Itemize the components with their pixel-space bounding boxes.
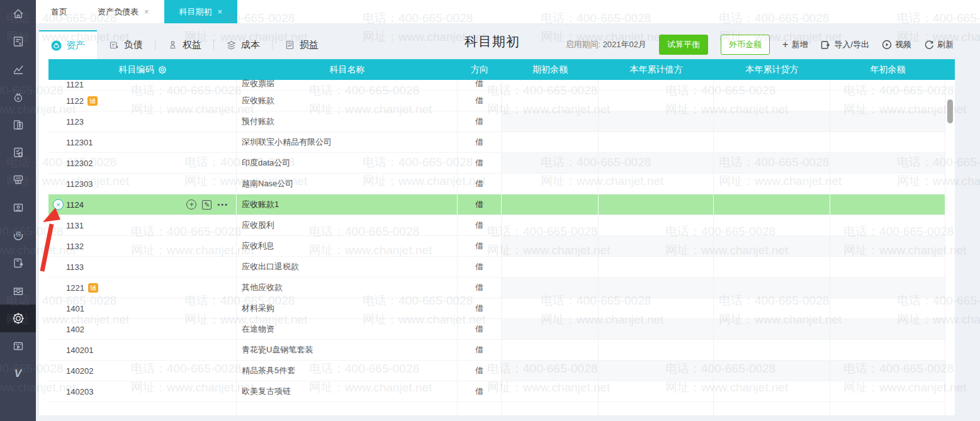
ytd-credit-cell — [714, 80, 830, 90]
table-row[interactable]: 1133应收出口退税款借 — [48, 257, 945, 278]
vertical-scrollbar-thumb[interactable] — [947, 99, 953, 123]
account-name-cell: 应收票据 — [237, 80, 458, 90]
account-name-cell: 应收账款 — [237, 91, 458, 111]
account-code: 1221 — [66, 283, 84, 293]
import-export-button[interactable]: 导入/导出 — [820, 39, 869, 50]
table-row[interactable]: 112302印度data公司借 — [48, 153, 945, 174]
tab-balance-sheet[interactable]: 资产负债表× — [82, 0, 164, 23]
sidebar-item-statements[interactable] — [0, 138, 36, 166]
more-actions-icon[interactable]: ••• — [217, 201, 228, 208]
opening-balance-cell — [502, 361, 599, 381]
edit-account-icon[interactable]: ✎ — [202, 200, 211, 210]
ytd-debit-cell — [599, 319, 714, 339]
settings-gear-icon — [11, 312, 25, 325]
account-name-cell: 青花瓷U盘钢笔套装 — [237, 340, 458, 360]
tab-cost[interactable]: 成本 — [214, 30, 272, 59]
sidebar-item-funds[interactable]: ¥ — [0, 83, 36, 111]
account-code: 140202 — [66, 366, 93, 376]
sidebar-item-fixed-assets[interactable] — [0, 194, 36, 222]
ytd-credit-cell — [714, 298, 830, 318]
tax-icon: 税 — [12, 229, 25, 242]
year-begin-balance-cell — [830, 278, 945, 298]
add-sub-account-icon[interactable]: + — [186, 199, 196, 210]
ytd-debit-cell — [599, 194, 714, 215]
deselect-icon[interactable]: × — [53, 199, 64, 210]
close-icon[interactable]: × — [218, 7, 223, 16]
tab-profit-loss[interactable]: 损益 — [273, 30, 330, 59]
close-icon[interactable]: × — [144, 7, 149, 16]
asset-card-icon — [12, 201, 25, 214]
header-opening-balance: 期初余额 — [502, 59, 599, 80]
sidebar-item-invoice[interactable] — [0, 111, 36, 138]
table-row[interactable]: 1123预付账款借 — [48, 111, 945, 132]
sidebar-item-tax[interactable]: 税 — [0, 222, 36, 249]
table-row[interactable] — [48, 402, 945, 415]
opening-balance-table: 科目编码 科目名称 方向 期初余额 本年累计借方 本年累计贷方 年初余额 112… — [39, 59, 955, 415]
video-button[interactable]: 视频 — [882, 39, 911, 50]
year-begin-balance-cell — [830, 319, 945, 339]
table-row[interactable]: 112301深圳联宝小精品有限公司借 — [48, 132, 945, 153]
tab-assets[interactable]: 资产 — [39, 30, 97, 59]
svg-text:税: 税 — [15, 231, 21, 237]
tab-label: 负债 — [124, 39, 143, 51]
account-code: 112302 — [66, 159, 93, 168]
year-begin-balance-cell — [830, 194, 945, 215]
header-label: 方向 — [471, 64, 488, 76]
tab-liabilities[interactable]: 负债 — [97, 30, 155, 59]
trial-balance-button[interactable]: 试算平衡 — [659, 35, 708, 55]
tab-equity[interactable]: 权益 — [155, 30, 213, 59]
table-row[interactable]: 112303越南Nase公司借 — [48, 174, 945, 194]
toolbar-controls: 启用期间: 2021年02月 试算平衡 外币金额 +新增 导入/导出 视频 刷新 — [565, 30, 980, 59]
refresh-label: 刷新 — [937, 39, 954, 50]
table-row[interactable]: 1402在途物资借 — [48, 319, 945, 340]
sidebar-item-settings[interactable] — [0, 305, 36, 332]
column-settings-gear-icon[interactable] — [158, 65, 167, 74]
sidebar-item-archive[interactable] — [0, 277, 36, 305]
year-begin-balance-cell — [830, 361, 945, 381]
table-row[interactable]: 140203欧美复古项链借 — [48, 381, 945, 402]
table-row[interactable]: 140202精品茶具5件套借 — [48, 361, 945, 381]
year-begin-balance-cell — [830, 91, 945, 111]
sidebar-item-v-logo[interactable]: V — [0, 360, 36, 388]
year-begin-balance-cell — [830, 298, 945, 318]
add-button[interactable]: +新增 — [782, 39, 808, 50]
opening-balance-cell — [502, 111, 599, 132]
year-begin-balance-cell — [830, 215, 945, 235]
table-row[interactable]: 1221辅其他应收款借 — [48, 278, 945, 298]
ytd-credit-cell — [714, 319, 830, 339]
sidebar: ¥ ¥ ¥ 税 V — [0, 0, 36, 421]
table-row[interactable]: 140201青花瓷U盘钢笔套装借 — [48, 340, 945, 361]
toolbar-band: 资产 负债 权益 成本 损益 科目期初 启用期间: 2021年02月 试算平衡 … — [39, 24, 980, 59]
year-begin-balance-cell — [830, 236, 945, 256]
direction-cell: 借 — [458, 278, 502, 298]
import-export-icon — [820, 40, 831, 50]
sidebar-item-voucher[interactable]: ¥ — [0, 28, 36, 55]
table-row[interactable]: 1131应收股利借 — [48, 215, 945, 236]
sidebar-item-home[interactable] — [0, 0, 36, 28]
sidebar-item-tax-ukey[interactable]: ¥ — [0, 166, 36, 194]
table-row[interactable]: 1121应收票据借 — [48, 80, 945, 91]
refresh-button[interactable]: 刷新 — [924, 39, 954, 50]
sidebar-item-video-tutorials[interactable] — [0, 332, 36, 360]
account-name: 应收账款1 — [242, 199, 279, 210]
sidebar-item-checkout[interactable] — [0, 249, 36, 277]
header-account-name: 科目名称 — [237, 59, 458, 80]
ytd-debit-cell — [599, 257, 714, 277]
account-code: 1121 — [66, 80, 84, 89]
table-row[interactable]: 1132应收利息借 — [48, 236, 945, 257]
ytd-credit-cell — [714, 278, 830, 298]
ytd-credit-cell — [714, 194, 830, 215]
account-name: 印度data公司 — [242, 157, 290, 169]
foreign-currency-button[interactable]: 外币金额 — [721, 35, 770, 55]
ytd-debit-cell — [599, 132, 714, 152]
ytd-credit-cell — [714, 340, 830, 360]
tab-account-opening[interactable]: 科目期初× — [164, 0, 238, 23]
header-year-begin-balance: 年初余额 — [830, 59, 945, 80]
table-row[interactable]: 1122辅应收账款借 — [48, 91, 945, 111]
tab-home[interactable]: 首页 — [36, 0, 82, 23]
direction-cell — [458, 402, 502, 415]
table-row[interactable]: ×1124+✎•••应收账款1借 — [48, 194, 945, 215]
table-row[interactable]: 1401材料采购借 — [48, 298, 945, 319]
account-name-cell: 应收股利 — [237, 215, 458, 235]
sidebar-item-reports[interactable] — [0, 55, 36, 83]
